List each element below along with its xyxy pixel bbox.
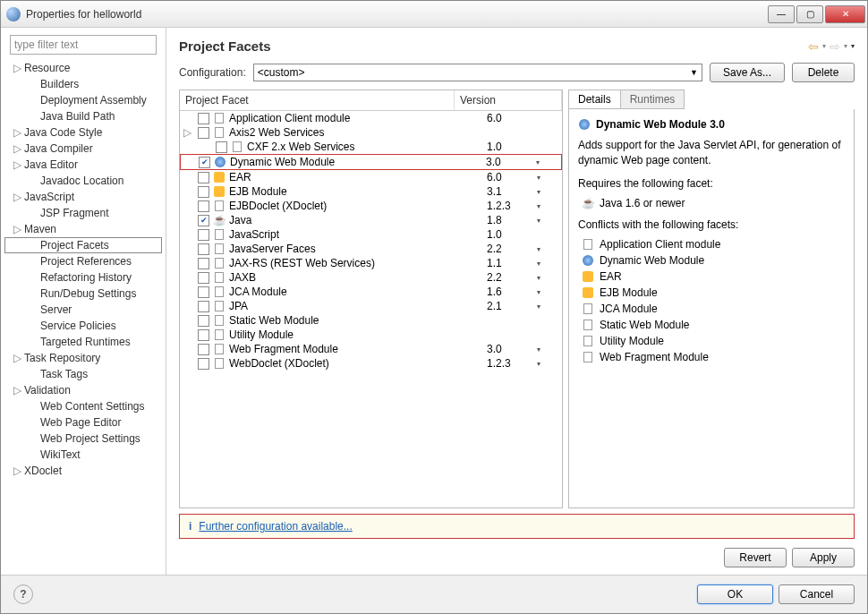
facet-row[interactable]: JAX-RS (REST Web Services)1.1▾ [180,256,562,270]
forward-icon[interactable]: ⇨ [830,39,840,54]
ok-button[interactable]: OK [697,584,773,604]
sidebar-item-maven[interactable]: ▷Maven [4,221,162,237]
revert-button[interactable]: Revert [724,548,787,567]
configuration-combo[interactable]: <custom> ▼ [253,64,702,81]
detail-description: Adds support for the Java Servlet API, f… [578,138,845,168]
back-menu-icon[interactable]: ▾ [822,42,826,50]
facet-row[interactable]: EJBDoclet (XDoclet)1.2.3▾ [180,199,562,213]
facet-row[interactable]: WebDoclet (XDoclet)1.2.3▾ [180,356,562,371]
sidebar-item-project-references[interactable]: Project References [4,253,162,269]
filter-input[interactable]: type filter text [10,35,157,55]
facet-checkbox[interactable] [198,272,209,284]
sidebar-item-project-facets[interactable]: Project Facets [4,237,162,253]
facet-checkbox[interactable] [198,243,209,255]
sidebar-item-server[interactable]: Server [4,302,162,318]
sidebar-item-task-repository[interactable]: ▷Task Repository [4,350,162,366]
sidebar-item-task-tags[interactable]: Task Tags [4,366,162,382]
facet-row[interactable]: Web Fragment Module3.0▾ [180,342,562,356]
sidebar-item-run-debug-settings[interactable]: Run/Debug Settings [4,286,162,302]
sidebar-item-refactoring-history[interactable]: Refactoring History [4,269,162,286]
facet-row[interactable]: JPA2.1▾ [180,299,562,313]
version-dropdown-icon[interactable]: ▾ [537,174,540,182]
version-dropdown-icon[interactable]: ▾ [537,345,540,354]
sidebar-item-javascript[interactable]: ▷JavaScript [4,189,162,205]
maximize-button[interactable]: ▢ [796,5,823,23]
facet-row[interactable]: CXF 2.x Web Services1.0 [180,140,562,154]
sidebar-item-web-project-settings[interactable]: Web Project Settings [4,431,162,447]
close-button[interactable]: ✕ [825,5,865,23]
facet-checkbox[interactable] [198,172,209,183]
sidebar-item-targeted-runtimes[interactable]: Targeted Runtimes [4,334,162,350]
sidebar-item-validation[interactable]: ▷Validation [4,382,162,398]
sidebar-item-deployment-assembly[interactable]: Deployment Assembly [4,92,162,108]
sidebar-item-wikitext[interactable]: WikiText [4,447,162,463]
sidebar-item-service-policies[interactable]: Service Policies [4,318,162,334]
version-dropdown-icon[interactable]: ▾ [537,303,540,311]
column-facet[interactable]: Project Facet [180,90,455,110]
version-dropdown-icon[interactable]: ▾ [537,360,540,368]
version-dropdown-icon[interactable]: ▾ [537,188,540,196]
tab-runtimes[interactable]: Runtimes [620,90,685,109]
sidebar-item-label: Refactoring History [40,271,132,284]
facet-row[interactable]: EJB Module3.1▾ [180,184,562,199]
facet-row[interactable]: Application Client module6.0 [180,111,562,125]
facet-checkbox[interactable] [198,301,209,312]
sidebar-item-javadoc-location[interactable]: Javadoc Location [4,173,162,189]
version-dropdown-icon[interactable]: ▾ [537,288,540,296]
version-dropdown-icon[interactable]: ▾ [536,158,540,166]
facet-checkbox[interactable] [198,358,209,370]
facet-checkbox[interactable] [198,200,209,212]
further-config-link[interactable]: Further configuration available... [199,520,352,533]
version-dropdown-icon[interactable]: ▾ [537,202,540,210]
sidebar-item-jsp-fragment[interactable]: JSP Fragment [4,205,162,221]
facet-row[interactable]: JavaScript1.0 [180,227,562,242]
facet-row[interactable]: Static Web Module [180,313,562,328]
menu-icon[interactable]: ▾ [851,42,855,50]
cancel-button[interactable]: Cancel [779,584,855,604]
version-dropdown-icon[interactable]: ▾ [537,260,540,268]
facet-checkbox[interactable] [198,329,209,341]
facet-checkbox[interactable] [216,141,227,153]
facet-checkbox[interactable]: ✔ [198,215,209,226]
minimize-button[interactable]: — [768,5,795,23]
sidebar-item-resource[interactable]: ▷Resource [4,60,162,76]
sidebar-item-java-compiler[interactable]: ▷Java Compiler [4,141,162,157]
tab-details[interactable]: Details [568,90,621,109]
sidebar-item-web-page-editor[interactable]: Web Page Editor [4,414,162,431]
facet-row[interactable]: EAR6.0▾ [180,170,562,184]
forward-menu-icon[interactable]: ▾ [844,42,847,50]
back-icon[interactable]: ⇦ [808,39,819,54]
sidebar-item-web-content-settings[interactable]: Web Content Settings [4,398,162,414]
apply-button[interactable]: Apply [792,548,855,567]
facet-checkbox[interactable] [198,127,209,139]
facet-checkbox[interactable]: ✔ [199,157,210,168]
facet-row[interactable]: ✔Dynamic Web Module3.0▾ [180,154,562,170]
facet-row[interactable]: JAXB2.2▾ [180,270,562,285]
sidebar-item-java-editor[interactable]: ▷Java Editor [4,157,162,173]
facet-row[interactable]: ▷Axis2 Web Services [180,125,562,140]
sidebar-item-java-build-path[interactable]: Java Build Path [4,108,162,124]
column-version[interactable]: Version [455,90,562,110]
sidebar-item-builders[interactable]: Builders [4,76,162,92]
delete-button[interactable]: Delete [792,63,855,82]
facet-row[interactable]: JavaServer Faces2.2▾ [180,242,562,256]
facet-row[interactable]: JCA Module1.6▾ [180,285,562,299]
facet-checkbox[interactable] [198,229,209,241]
facet-checkbox[interactable] [198,113,209,124]
help-icon[interactable]: ? [13,584,33,604]
facet-checkbox[interactable] [198,186,209,198]
version-dropdown-icon[interactable]: ▾ [537,274,540,282]
save-as-button[interactable]: Save As... [710,63,785,82]
facet-checkbox[interactable] [198,315,209,327]
sidebar-item-java-code-style[interactable]: ▷Java Code Style [4,124,162,141]
sidebar-item-label: Project Facets [40,239,109,252]
version-dropdown-icon[interactable]: ▾ [537,217,540,225]
facet-row[interactable]: Utility Module [180,328,562,342]
facet-checkbox[interactable] [198,286,209,298]
sidebar-item-label: Run/Debug Settings [40,287,136,300]
facet-checkbox[interactable] [198,258,209,269]
facet-row[interactable]: ✔☕Java1.8▾ [180,213,562,227]
facet-checkbox[interactable] [198,344,209,355]
sidebar-item-xdoclet[interactable]: ▷XDoclet [4,463,162,479]
version-dropdown-icon[interactable]: ▾ [537,245,540,253]
